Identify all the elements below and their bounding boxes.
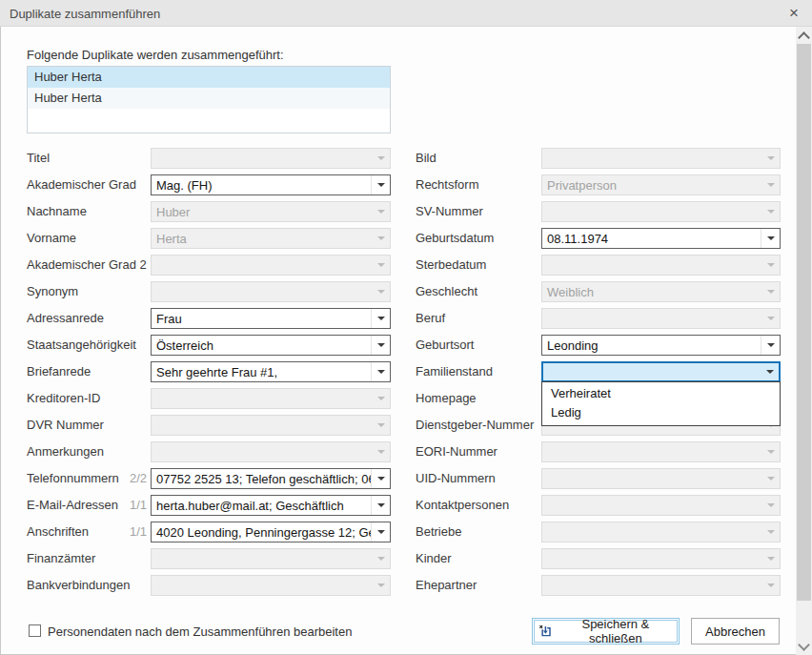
chevron-down-icon[interactable] — [761, 202, 780, 221]
field-label-kreditoren-id: Kreditoren-ID — [27, 391, 100, 405]
combobox-nachname[interactable]: Huber — [151, 201, 391, 222]
dropdown-arrow-glyph — [767, 557, 775, 561]
combobox-briefanrede[interactable]: Sehr geehrte Frau #1, — [151, 361, 391, 382]
chevron-down-icon[interactable] — [761, 496, 780, 515]
chevron-down-icon[interactable] — [761, 336, 780, 355]
chevron-down-icon[interactable] — [372, 549, 390, 568]
chevron-down-icon[interactable] — [371, 522, 390, 542]
duplicates-listbox[interactable]: Huber HertaHuber Herta — [27, 66, 391, 133]
dropdown-arrow-glyph — [767, 477, 775, 481]
combobox-finanz-mter[interactable] — [151, 548, 391, 569]
form-row: VornameHerta — [27, 228, 391, 249]
chevron-down-icon[interactable] — [761, 363, 779, 380]
chevron-down-icon[interactable] — [761, 256, 780, 275]
dropdown-arrow-glyph — [377, 423, 385, 427]
chevron-down-icon[interactable] — [371, 336, 390, 355]
combobox-geburtsdatum[interactable]: 08.11.1974 — [541, 228, 781, 249]
dialog-title: Duplikate zusammenführen — [10, 7, 160, 21]
edit-after-merge-checkbox[interactable] — [29, 624, 41, 637]
field-label-akademischer-grad-2: Akademischer Grad 2 — [27, 257, 147, 272]
chevron-down-icon[interactable] — [761, 442, 780, 461]
field-label-adressanrede: Adressanrede — [27, 311, 104, 325]
dropdown-option-verheiratet[interactable]: Verheiratet — [542, 384, 780, 403]
combobox-anschriften[interactable]: 4020 Leonding, Penningergasse 12; Geschä… — [151, 522, 391, 542]
combobox-vorname[interactable]: Herta — [151, 228, 391, 249]
save-and-close-button[interactable]: Speichern & schließen — [532, 618, 680, 645]
combobox-kontaktpersonen[interactable] — [541, 495, 781, 516]
dropdown-arrow-glyph — [377, 156, 385, 160]
chevron-down-icon[interactable] — [372, 416, 390, 435]
close-icon[interactable]: × — [781, 0, 807, 27]
combobox-anmerkungen[interactable] — [151, 441, 391, 462]
combobox-geschlecht[interactable]: Weiblich — [541, 281, 781, 302]
cancel-button[interactable]: Abbrechen — [691, 618, 780, 645]
combobox-uid-nummern[interactable] — [541, 468, 781, 489]
combobox-akademischer-grad-2[interactable] — [151, 255, 391, 276]
chevron-down-icon[interactable] — [761, 576, 780, 595]
combobox-telefonnummern[interactable]: 07752 2525 13; Telefon geschäftlich; 066… — [151, 468, 391, 489]
chevron-down-icon[interactable] — [761, 229, 780, 248]
combobox-akademischer-grad[interactable]: Mag. (FH) — [151, 174, 391, 195]
chevron-down-icon[interactable] — [371, 175, 390, 194]
combobox-beruf[interactable] — [541, 308, 781, 329]
combobox-sterbedatum[interactable] — [541, 255, 781, 276]
chevron-down-icon[interactable] — [761, 309, 780, 328]
chevron-down-icon[interactable] — [371, 496, 390, 515]
chevron-down-icon[interactable] — [761, 522, 780, 542]
combobox-geburtsort[interactable]: Leonding — [541, 335, 781, 356]
combobox-kreditoren-id[interactable] — [151, 388, 391, 409]
combobox-titel[interactable] — [151, 148, 391, 169]
chevron-down-icon[interactable] — [371, 362, 390, 381]
dropdown-arrow-glyph — [377, 557, 385, 561]
chevron-down-icon[interactable] — [761, 549, 780, 568]
combobox-sv-nummer[interactable] — [541, 201, 781, 222]
field-label-dvr-nummer: DVR Nummer — [27, 418, 104, 432]
combobox-value-geburtsdatum: 08.11.1974 — [542, 232, 761, 246]
combobox-betriebe[interactable] — [541, 522, 781, 542]
combobox-bankverbindungen[interactable] — [151, 575, 391, 596]
form-row: SV-Nummer — [416, 201, 781, 222]
chevron-down-icon[interactable] — [372, 576, 390, 595]
chevron-down-icon[interactable] — [372, 202, 390, 221]
list-item[interactable]: Huber Herta — [28, 88, 390, 109]
form-row: Akademischer Grad 2 — [27, 255, 391, 276]
combobox-rechtsform[interactable]: Privatperson — [541, 174, 781, 195]
form-row: BriefanredeSehr geehrte Frau #1, — [27, 361, 391, 382]
chevron-down-icon[interactable] — [372, 149, 390, 168]
list-item[interactable]: Huber Herta — [28, 67, 390, 88]
vertical-scrollbar[interactable] — [796, 27, 812, 655]
dropdown-option-ledig[interactable]: Ledig — [542, 403, 780, 422]
chevron-down-icon[interactable] — [372, 282, 390, 301]
combobox-eori-nummer[interactable] — [541, 441, 781, 462]
combobox-e-mail-adressen[interactable]: herta.huber@mail.at; Geschäftlich — [151, 495, 391, 516]
chevron-down-icon[interactable] — [761, 175, 780, 194]
chevron-down-icon[interactable] — [372, 389, 390, 408]
combobox-synonym[interactable] — [151, 281, 391, 302]
combobox-familienstand[interactable] — [541, 361, 781, 382]
scrollbar-thumb[interactable] — [797, 44, 811, 601]
chevron-down-icon[interactable] — [761, 149, 780, 168]
combobox-value-rechtsform: Privatperson — [542, 178, 761, 193]
chevron-down-icon[interactable] — [371, 309, 390, 328]
chevron-down-icon[interactable] — [372, 256, 390, 275]
dropdown-arrow-glyph — [766, 370, 774, 374]
chevron-down-icon[interactable] — [372, 229, 390, 248]
chevron-down-icon[interactable] — [371, 469, 390, 488]
chevron-down-icon[interactable] — [372, 442, 390, 461]
combobox-staatsangeh-rigkeit[interactable]: Österreich — [151, 335, 391, 356]
dropdown-arrow-glyph — [767, 317, 775, 320]
combobox-ehepartner[interactable] — [541, 575, 781, 596]
scrollbar-down-icon[interactable] — [800, 641, 808, 649]
form-row: Geburtsdatum08.11.1974 — [416, 228, 781, 249]
combobox-dvr-nummer[interactable] — [151, 415, 391, 436]
combobox-kinder[interactable] — [541, 548, 781, 569]
field-label-uid-nummern: UID-Nummern — [416, 471, 496, 485]
combobox-bild[interactable] — [541, 148, 781, 169]
combobox-adressanrede[interactable]: Frau — [151, 308, 391, 329]
field-label-telefonnummern: Telefonnummern — [27, 471, 119, 485]
field-label-geburtsort: Geburtsort — [416, 338, 474, 352]
field-label-homepage: Homepage — [416, 391, 477, 405]
chevron-down-icon[interactable] — [761, 282, 780, 301]
chevron-down-icon[interactable] — [761, 469, 780, 488]
scrollbar-up-icon[interactable] — [800, 33, 808, 42]
